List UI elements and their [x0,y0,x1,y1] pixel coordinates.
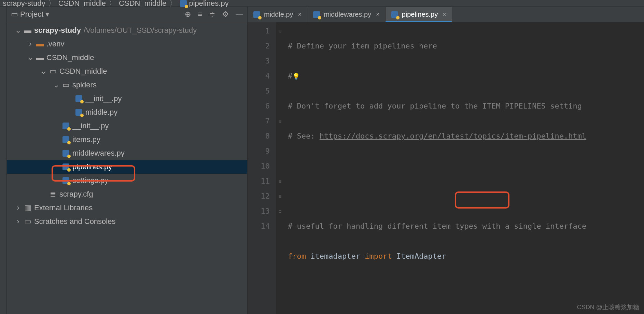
project-tree[interactable]: ⌄ ▬ scrapy-study /Volumes/OUT_SSD/scrapy… [7,22,247,230]
project-actions: ⊕ ≡ ≑ ⚙ — [185,10,243,19]
tree-scratches[interactable]: › ▭ Scratches and Consoles [7,215,247,228]
code-editor[interactable]: 1 2 3 4 5 6 7 8 9 10 11 12 13 14 ⊟ ⊟ ⊟ [248,22,644,314]
tree-label: settings.py [72,176,108,185]
tree-label: pipelines.py [72,162,112,171]
tree-spiders[interactable]: ⌄ ▭ spiders [7,78,247,92]
project-toolbar: ▭ Project ▾ ⊕ ≡ ≑ ⚙ — [7,7,247,22]
folder-icon: ▬ [36,54,44,61]
code-url[interactable]: https://docs.scrapy.org/en/latest/topics… [320,132,586,140]
line-number: 3 [248,54,270,69]
tree-items[interactable]: items.py [7,133,247,146]
package-icon: ▭ [62,81,70,89]
line-number: 8 [248,129,270,144]
dropdown-arrow-icon[interactable]: ▾ [45,10,49,19]
project-view-icon: ▭ [11,10,18,19]
tree-middlewares[interactable]: middlewares.py [7,146,247,160]
python-file-icon [62,122,70,130]
tree-spiders-middle[interactable]: middle.py [7,105,247,119]
tree-label: spiders [72,81,97,89]
code-comment: # See: [288,132,320,140]
line-number: 14 [248,219,270,234]
import-name: ItemAdapter [392,252,446,260]
tree-spiders-init[interactable]: __init__.py [7,92,247,105]
line-number-gutter: 1 2 3 4 5 6 7 8 9 10 11 12 13 14 [248,22,276,314]
expand-all-icon[interactable]: ≡ [198,10,202,19]
folder-icon: ▬ [24,27,31,34]
line-number: 13 [248,204,270,219]
hide-icon[interactable]: — [236,10,243,19]
tree-scrapycfg[interactable]: ≣ scrapy.cfg [7,187,247,201]
fold-marker[interactable]: ⊟ [276,114,284,129]
tab-middle[interactable]: middle.py × [248,7,307,22]
tree-label: __init__.py [85,94,122,103]
line-number: 6 [248,99,270,114]
kw-import: import [365,252,392,260]
close-icon[interactable]: × [441,11,446,18]
chevron-down-icon[interactable]: ⌄ [15,26,21,35]
libraries-icon: ▥ [24,204,31,212]
chevron-down-icon[interactable]: ⌄ [40,67,46,76]
project-title[interactable]: ▭ Project ▾ [11,10,49,19]
tree-label: scrapy.cfg [59,190,93,199]
tree-label: CSDN_middle [46,53,94,62]
chevron-right-icon[interactable]: › [15,217,21,226]
code-comment: # Don't forget to add your pipeline to t… [288,102,582,110]
python-file-icon [253,11,261,18]
tree-root-name: scrapy-study [34,26,81,35]
tree-venv[interactable]: › ▬ .venv [7,37,247,51]
chevron-right-icon[interactable]: › [27,40,33,48]
tree-csdn1[interactable]: ⌄ ▬ CSDN_middle [7,51,247,65]
python-file-icon [62,149,70,157]
code-comment: # useful for handling different item typ… [288,222,586,230]
chevron-down-icon[interactable]: ⌄ [53,81,59,89]
project-tool-window: ▭ Project ▾ ⊕ ≡ ≑ ⚙ — ⌄ ▬ scrapy-study /… [7,7,248,314]
tab-label: pipelines.py [402,11,438,18]
tab-middlewares[interactable]: middlewares.py × [307,7,385,22]
close-icon[interactable]: × [297,11,302,18]
code-content[interactable]: # Define your item pipelines here #💡 # D… [284,22,586,314]
python-file-icon [313,11,320,18]
watermark: CSDN @止咳糖浆加糖 [577,303,639,311]
fold-end-marker[interactable]: ⊡ [276,204,284,219]
tab-pipelines[interactable]: pipelines.py × [386,7,452,22]
tree-label: __init__.py [72,122,109,130]
fold-marker[interactable]: ⊟ [276,189,284,204]
fold-gutter: ⊟ ⊟ ⊟ ⊟ ⊡ [276,22,284,314]
package-icon: ▭ [49,68,57,75]
tree-pipelines[interactable]: pipelines.py [7,160,247,174]
python-file-icon [180,0,187,7]
tree-settings[interactable]: settings.py [7,174,247,187]
tool-window-stripe[interactable] [0,7,7,314]
chevron-down-icon[interactable]: ⌄ [27,53,33,62]
breadcrumb-bar: scrapy-study 〉 CSDN_middle 〉 CSDN_middle… [0,0,644,7]
editor-area: middle.py × middlewares.py × pipelines.p… [248,7,644,314]
gear-icon[interactable]: ⚙ [222,10,229,19]
close-icon[interactable]: × [375,11,380,18]
python-file-icon [391,11,398,18]
tree-label: .venv [46,40,65,48]
scratches-icon: ▭ [24,218,31,225]
python-file-icon [75,109,83,116]
line-number: 5 [248,84,270,99]
intention-bulb-icon[interactable]: 💡 [292,73,300,80]
line-number: 9 [248,144,270,159]
tab-label: middlewares.py [324,11,371,18]
tree-label: middle.py [85,108,117,117]
chevron-right-icon[interactable]: › [15,203,21,212]
line-number: 10 [248,159,270,174]
tree-init2[interactable]: __init__.py [7,119,247,133]
tree-root[interactable]: ⌄ ▬ scrapy-study /Volumes/OUT_SSD/scrapy… [7,24,247,37]
tree-csdn2[interactable]: ⌄ ▭ CSDN_middle [7,65,247,78]
tree-label: middlewares.py [72,149,125,158]
fold-marker[interactable]: ⊟ [276,174,284,189]
folder-icon: ▬ [36,40,44,48]
python-file-icon [62,136,70,143]
line-number: 12 [248,189,270,204]
python-file-icon [62,177,70,184]
line-number: 7 [248,114,270,129]
collapse-all-icon[interactable]: ≑ [209,10,215,19]
line-number: 2 [248,39,270,54]
fold-marker[interactable]: ⊟ [276,24,284,39]
tree-external-libraries[interactable]: › ▥ External Libraries [7,201,247,215]
locate-icon[interactable]: ⊕ [185,10,191,19]
